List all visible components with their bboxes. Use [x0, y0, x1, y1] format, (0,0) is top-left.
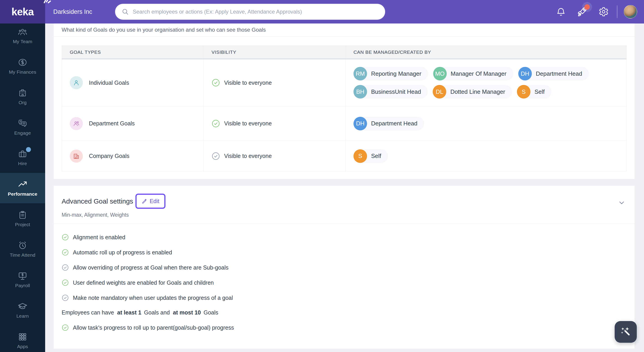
magic-wand-icon [620, 326, 632, 338]
column-header-managed-by: CAN BE MANAGED/CREATED BY [346, 46, 626, 59]
sidebar-item-apps[interactable]: Apps [0, 325, 45, 352]
sidebar-item-engage[interactable]: Engage [0, 112, 45, 142]
engage-icon [18, 118, 28, 128]
user-avatar[interactable] [624, 5, 637, 19]
sidebar-item-org[interactable]: Org [0, 81, 45, 112]
project-icon [18, 210, 27, 220]
setting-item-label: Alignment is enabled [73, 234, 125, 241]
chevron-down-icon [618, 199, 626, 206]
org-icon [18, 88, 27, 98]
setting-item-label: Allow overriding of progress at Goal whe… [73, 264, 228, 271]
check-circle-icon [212, 119, 220, 128]
learn-icon [18, 301, 28, 311]
sidebar-item-hire[interactable]: Hire [0, 142, 45, 173]
sidebar-item-label: Hire [18, 161, 27, 166]
check-circle-icon [62, 249, 69, 256]
manager-badge: DLDotted Line Manager [433, 85, 512, 99]
badge-initials: MO [433, 67, 447, 80]
people-icon [70, 117, 83, 130]
check-circle-icon [212, 152, 220, 160]
sidebar-item-label: Performance [8, 191, 38, 197]
hire-icon [18, 149, 27, 159]
visibility-label: Visible to everyone [224, 153, 272, 159]
divider [54, 224, 634, 224]
sidebar-item-label: Engage [14, 130, 31, 136]
team-icon [18, 27, 27, 37]
setting-item-label: Allow task's progress to roll up to pare… [73, 324, 234, 331]
column-header-goal-types: GOAL TYPES [62, 46, 204, 59]
manager-badge: DHDepartment Head [518, 67, 589, 80]
logo-sparkle-icon [43, 0, 51, 4]
sidebar-item-my-team[interactable]: My Team [0, 24, 45, 51]
building-icon [70, 150, 83, 163]
main-content: What kind of Goals do you use in your or… [45, 24, 644, 352]
sidebar-item-performance[interactable]: Performance [0, 173, 45, 203]
employees-line-mid: Goals and [144, 309, 170, 316]
check-circle-icon [62, 264, 69, 271]
badge-initials: RM [354, 67, 367, 80]
sidebar: My Team My Finances Org [0, 24, 45, 352]
advanced-settings-subtitle: Min-max, Alignment, Weights [62, 212, 626, 218]
badge-label: BusinessUnit Head [371, 88, 421, 95]
advanced-settings-title: Advanced Goal settings [62, 197, 133, 205]
advanced-goal-settings-card: Advanced Goal settings Edit Min-max, Ali… [54, 186, 634, 348]
keka-logo[interactable]: keka [0, 0, 45, 24]
table-header-row: GOAL TYPES VISIBILITY CAN BE MANAGED/CRE… [62, 46, 626, 59]
assistant-wand-button[interactable] [615, 321, 637, 343]
collapse-section-button[interactable] [616, 197, 628, 210]
visibility-label: Visible to everyone [224, 80, 272, 86]
employees-min-goals: at least 1 [117, 309, 141, 316]
badge-initials: S [517, 85, 530, 99]
setting-item-label: Make note mandatory when user updates th… [73, 295, 233, 301]
sidebar-item-time-attend[interactable]: Time Attend [0, 234, 45, 264]
sidebar-item-label: My Finances [9, 69, 36, 75]
sidebar-item-payroll[interactable]: Payroll [0, 264, 45, 295]
global-search[interactable] [115, 4, 385, 20]
employees-line-prefix: Employees can have [62, 309, 114, 316]
sidebar-item-label: Time Attend [10, 252, 35, 258]
sidebar-item-label: My Team [13, 39, 32, 44]
goal-type-label: Individual Goals [89, 80, 129, 86]
notifications-bell-icon[interactable] [556, 7, 566, 17]
check-circle-icon [62, 294, 69, 301]
badge-label: Dotted Line Manager [450, 88, 505, 95]
sidebar-item-my-finances[interactable]: My Finances [0, 51, 45, 81]
search-input[interactable] [133, 9, 379, 15]
setting-item: Allow task's progress to roll up to pare… [62, 324, 626, 331]
apps-icon [18, 332, 27, 342]
sidebar-item-learn[interactable]: Learn [0, 295, 45, 325]
employees-goal-limits-line: Employees can have at least 1 Goals and … [62, 309, 626, 316]
edit-button-label: Edit [150, 198, 159, 204]
setting-item-label: User defined weights are enabled for Goa… [73, 279, 214, 286]
goal-types-subtitle: What kind of Goals do you use in your or… [62, 26, 634, 34]
goal-types-card: What kind of Goals do you use in your or… [54, 24, 634, 179]
goal-type-label: Company Goals [89, 153, 129, 159]
setting-item-label: Automatic roll up of progress is enabled [73, 249, 172, 256]
check-circle-icon [212, 78, 220, 87]
table-row-company-goals: Company Goals Visible to everyone SSelf [62, 141, 626, 171]
topbar-actions [556, 0, 637, 24]
manager-badge: RMReporting Manager [354, 67, 428, 80]
badge-initials: BH [354, 85, 367, 99]
badge-label: Department Head [371, 120, 417, 127]
setting-item: Automatic roll up of progress is enabled [62, 249, 626, 256]
edit-button[interactable]: Edit [136, 194, 166, 209]
visibility-label: Visible to everyone [224, 120, 272, 127]
hire-notification-dot [26, 147, 31, 152]
advanced-settings-list: Alignment is enabled Automatic roll up o… [54, 234, 634, 331]
setting-item: Alignment is enabled [62, 234, 626, 241]
announcements-rocket-icon[interactable] [577, 6, 588, 18]
sidebar-item-project[interactable]: Project [0, 203, 45, 234]
sidebar-item-label: Project [15, 222, 30, 227]
table-row-individual-goals: Individual Goals Visible to everyone RMR… [62, 59, 626, 106]
table-row-department-goals: Department Goals Visible to everyone DHD… [62, 106, 626, 141]
notification-dot [584, 4, 590, 10]
goal-type-label: Department Goals [89, 120, 135, 127]
check-circle-icon [62, 279, 69, 286]
divider [54, 36, 634, 37]
badge-label: Self [534, 88, 545, 95]
settings-gear-icon[interactable] [598, 7, 609, 17]
keka-logo-text: keka [12, 6, 34, 18]
badge-label: Self [371, 153, 381, 160]
check-circle-icon [62, 324, 69, 331]
